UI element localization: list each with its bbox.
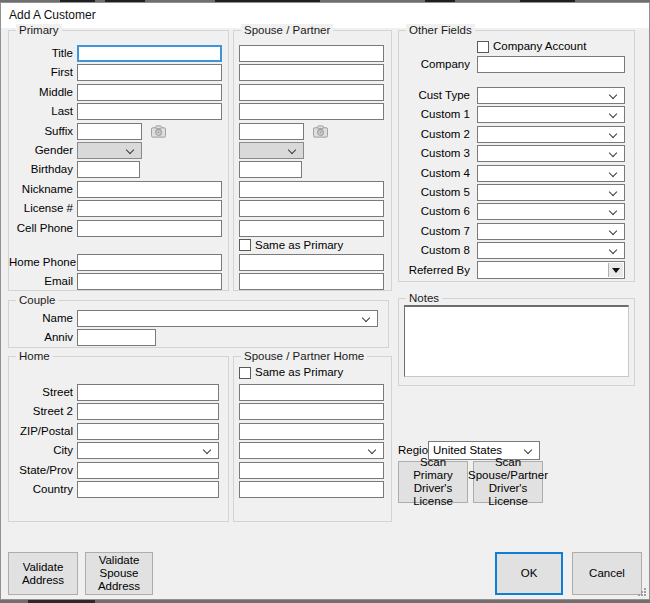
primary-last-input[interactable]	[77, 103, 222, 120]
home-street-input[interactable]	[77, 384, 219, 401]
dropdown-button[interactable]	[608, 263, 623, 277]
scan-primary-license-button[interactable]: Scan Primary Driver's License	[398, 461, 468, 503]
group-spouse-partner: Spouse / Partner Same as Primary	[233, 30, 392, 291]
spouse-license-input[interactable]	[239, 200, 384, 217]
label-state: State/Prov	[9, 463, 77, 478]
group-primary-label: Primary	[16, 24, 62, 37]
group-spouse-home-label: Spouse / Partner Home	[241, 350, 367, 363]
custom7-select[interactable]	[477, 223, 625, 240]
custom1-select[interactable]	[477, 106, 625, 123]
spouse-middle-input[interactable]	[239, 84, 384, 101]
spouse-suffix-input[interactable]	[239, 123, 304, 140]
custom6-select[interactable]	[477, 203, 625, 220]
resize-grip[interactable]	[637, 587, 647, 597]
ok-button[interactable]: OK	[495, 552, 563, 595]
camera-icon[interactable]	[151, 125, 166, 138]
primary-suffix-input[interactable]	[77, 123, 142, 140]
primary-gender-select[interactable]	[77, 142, 142, 159]
spouse-birthday-input[interactable]	[239, 161, 302, 178]
label-nickname: Nickname	[9, 182, 77, 197]
chevron-down-icon	[609, 207, 617, 215]
cust-type-select[interactable]	[477, 87, 625, 104]
primary-first-input[interactable]	[77, 64, 222, 81]
spouse-home-phone-input[interactable]	[239, 254, 384, 271]
custom4-select[interactable]	[477, 165, 625, 182]
spouse-home-zip-input[interactable]	[239, 423, 384, 440]
group-notes-label: Notes	[406, 292, 442, 305]
label-custom-4: Custom 4	[399, 166, 474, 181]
validate-spouse-address-button[interactable]: Validate Spouse Address	[85, 552, 153, 595]
spouse-gender-select[interactable]	[239, 142, 304, 159]
checkbox-box-icon	[239, 367, 251, 379]
label-license: License #	[9, 201, 77, 216]
spouse-home-street-input[interactable]	[239, 384, 384, 401]
primary-home-phone-input[interactable]	[77, 254, 222, 271]
referred-by-select[interactable]	[477, 261, 625, 279]
scan-spouse-license-button[interactable]: Scan Spouse/Partner Driver's License	[473, 461, 543, 503]
spouse-home-country-input[interactable]	[239, 481, 384, 498]
label-city: City	[9, 443, 77, 458]
validate-address-button[interactable]: Validate Address	[8, 552, 78, 595]
label-cell-phone: Cell Phone	[9, 221, 77, 236]
home-country-input[interactable]	[77, 481, 219, 498]
label-title: Title	[9, 46, 77, 61]
label-email: Email	[9, 274, 77, 289]
spouse-cell-phone-input[interactable]	[239, 220, 384, 237]
group-spouse-label: Spouse / Partner	[241, 24, 333, 37]
label-custom-2: Custom 2	[399, 127, 474, 142]
primary-cell-phone-input[interactable]	[77, 220, 222, 237]
spouse-email-input[interactable]	[239, 273, 384, 290]
custom2-select[interactable]	[477, 126, 625, 143]
group-couple-label: Couple	[16, 294, 58, 307]
home-zip-input[interactable]	[77, 423, 219, 440]
custom3-select[interactable]	[477, 145, 625, 162]
spouse-home-city-select[interactable]	[239, 442, 384, 459]
couple-name-select[interactable]	[77, 310, 378, 327]
group-home-label: Home	[16, 350, 53, 363]
home-city-select[interactable]	[77, 442, 219, 459]
primary-middle-input[interactable]	[77, 84, 222, 101]
custom5-select[interactable]	[477, 184, 625, 201]
primary-nickname-input[interactable]	[77, 181, 222, 198]
label-gender: Gender	[9, 143, 77, 158]
chevron-down-icon	[609, 130, 617, 138]
spouse-home-same-as-primary-checkbox[interactable]: Same as Primary	[239, 366, 343, 379]
group-home: Home Street Street 2 ZIP/Postal City Sta…	[8, 356, 229, 522]
label-referred-by: Referred By	[399, 263, 474, 278]
label-street: Street	[9, 385, 77, 400]
spouse-nickname-input[interactable]	[239, 181, 384, 198]
label-middle: Middle	[9, 85, 77, 100]
spouse-last-input[interactable]	[239, 103, 384, 120]
spouse-home-street2-input[interactable]	[239, 403, 384, 420]
camera-icon[interactable]	[313, 125, 328, 138]
checkbox-label: Same as Primary	[255, 239, 343, 252]
home-state-input[interactable]	[77, 462, 219, 479]
company-account-checkbox[interactable]: Company Account	[477, 40, 586, 53]
cancel-button[interactable]: Cancel	[572, 552, 642, 595]
spouse-first-input[interactable]	[239, 64, 384, 81]
label-first: First	[9, 65, 77, 80]
chevron-down-icon	[609, 149, 617, 157]
chevron-down-icon	[203, 446, 211, 454]
spouse-title-input[interactable]	[239, 45, 384, 62]
label-street2: Street 2	[9, 404, 77, 419]
spouse-home-state-input[interactable]	[239, 462, 384, 479]
chevron-down-icon	[288, 146, 296, 154]
spouse-same-as-primary-checkbox[interactable]: Same as Primary	[239, 239, 343, 252]
primary-title-input[interactable]	[77, 45, 222, 62]
label-cust-type: Cust Type	[399, 88, 474, 103]
dropdown-arrow-icon	[612, 268, 620, 273]
label-last: Last	[9, 104, 77, 119]
label-custom-7: Custom 7	[399, 224, 474, 239]
home-street2-input[interactable]	[77, 403, 219, 420]
primary-email-input[interactable]	[77, 273, 222, 290]
label-company: Company	[399, 57, 474, 72]
primary-birthday-input[interactable]	[77, 161, 140, 178]
group-couple: Couple Name Anniv	[8, 300, 389, 348]
label-home-phone: Home Phone	[9, 255, 77, 270]
custom8-select[interactable]	[477, 242, 625, 259]
notes-textarea[interactable]	[404, 305, 629, 377]
primary-license-input[interactable]	[77, 200, 222, 217]
couple-anniv-input[interactable]	[77, 329, 156, 346]
company-input[interactable]	[477, 56, 625, 73]
